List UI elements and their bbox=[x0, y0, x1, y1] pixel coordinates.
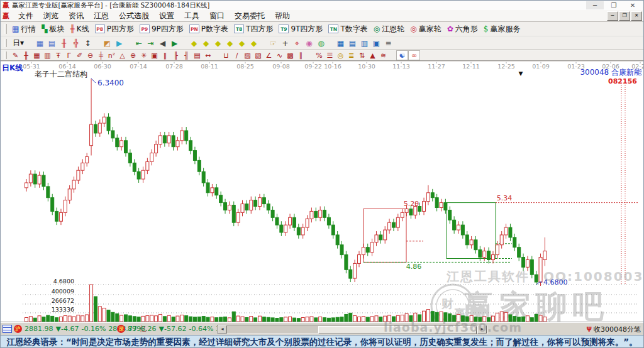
tool-n-square-tool[interactable]: n² bbox=[106, 51, 117, 60]
tool-period-daily[interactable]: 日▾ bbox=[10, 38, 26, 48]
tool-kline-bars-2[interactable]: ╬ bbox=[70, 38, 82, 48]
tool-printer-icon[interactable]: ≡ bbox=[382, 38, 394, 48]
toolbar-item-kline[interactable]: ╫K线 bbox=[69, 23, 93, 35]
tool-kline-bars-1[interactable]: ╫ bbox=[58, 38, 70, 48]
tool-gann-diamond-plus[interactable]: ◆ bbox=[224, 38, 236, 48]
tool-compass-tool[interactable]: ⊕ bbox=[128, 51, 138, 60]
menu-item-6[interactable]: 工具 bbox=[179, 11, 204, 21]
tool-fib-left[interactable]: ╟ bbox=[170, 51, 181, 60]
menu-item-8[interactable]: 交易委托 bbox=[230, 11, 270, 21]
tool-zoom-tool[interactable]: ⌖ bbox=[291, 38, 303, 48]
toolbar-item-t9-square[interactable]: T99T四方形 bbox=[277, 23, 326, 35]
scrollbar-thumb[interactable] bbox=[318, 326, 477, 334]
tool-multi-kline[interactable]: ◩ bbox=[101, 38, 113, 48]
tool-gann-diamond-right[interactable]: ◆ bbox=[200, 38, 212, 48]
tool-updown-tool[interactable]: ⇅ bbox=[357, 51, 367, 60]
close-button[interactable]: ✕ bbox=[624, 1, 641, 9]
volume-bar bbox=[224, 317, 227, 322]
tool-last-page[interactable]: ⇥ bbox=[145, 38, 157, 48]
tool-angle-tool[interactable]: ∠ bbox=[264, 51, 274, 60]
tool-fib-right[interactable]: ╢ bbox=[181, 51, 192, 60]
tool-gann-line-2[interactable]: ╪ bbox=[96, 51, 106, 60]
tool-triangle-tool[interactable]: △ bbox=[117, 51, 128, 60]
menu-item-5[interactable]: 设置 bbox=[154, 11, 179, 21]
tool-gann-diamond-cross[interactable]: ◆ bbox=[236, 38, 248, 48]
minimize-button[interactable]: ─ bbox=[586, 1, 604, 9]
toolbar-item-p-number-table[interactable]: PNP数字表 bbox=[187, 23, 232, 35]
tool-gann-fan-t[interactable]: Ŧ bbox=[53, 51, 64, 60]
tool-gold-circle[interactable]: ◎ bbox=[335, 51, 346, 60]
tool-percent-lines[interactable]: ☰ bbox=[325, 51, 335, 60]
tool-indicator-flag[interactable]: ▶ bbox=[113, 38, 125, 48]
mdi-restore-button[interactable]: ❐ bbox=[619, 11, 630, 21]
tool-eraser-tool[interactable]: ⊔ bbox=[221, 51, 231, 60]
tool-tri-up-tool[interactable]: ▲ bbox=[367, 51, 378, 60]
toolbar-item-sectors[interactable]: ▚板块 bbox=[40, 23, 68, 35]
tool-arrow-span[interactable]: ↔ bbox=[203, 51, 213, 60]
tool-panel-icon[interactable]: ▥ bbox=[358, 38, 370, 48]
toolbar-item-p-square[interactable]: P8P四方形 bbox=[93, 23, 138, 35]
mdi-minimize-button[interactable]: ─ bbox=[607, 11, 618, 21]
menu-item-2[interactable]: 资讯 bbox=[64, 11, 89, 21]
tool-pause-lines[interactable]: ‖ bbox=[160, 51, 170, 60]
mdi-close-button[interactable]: ✕ bbox=[631, 11, 642, 21]
tool-gann-diamond-updown[interactable]: ◆ bbox=[248, 38, 260, 48]
menu-item-9[interactable]: 帮助 bbox=[270, 11, 295, 21]
tool-percent-tool[interactable]: % bbox=[314, 51, 325, 60]
tool-gann-line-1[interactable]: ╫ bbox=[21, 51, 31, 60]
toolbar-item-p9-square[interactable]: P99P四方形 bbox=[138, 23, 187, 35]
scroll-left-arrow[interactable]: ◂ bbox=[218, 325, 227, 334]
toolbar-item-winner-service[interactable]: $赢家服务 bbox=[482, 23, 525, 35]
tool-chart-style-2[interactable]: ▤ bbox=[46, 38, 58, 48]
tool-scale-toggle[interactable]: ↕ bbox=[82, 38, 94, 48]
tool-gold-lines[interactable]: ≣ bbox=[346, 51, 357, 60]
tool-parallel-lines[interactable]: ∥ bbox=[296, 51, 306, 60]
menu-item-1[interactable]: 浏览 bbox=[38, 11, 64, 21]
tool-gann-diamond-left[interactable]: ◆ bbox=[188, 38, 200, 48]
tool-shade-1[interactable]: ▨ bbox=[242, 51, 253, 60]
tool-prev-bar[interactable]: ◀ bbox=[157, 38, 169, 48]
tool-infinity-tool[interactable]: ∞ bbox=[408, 50, 420, 60]
scroll-right-arrow[interactable]: ▸ bbox=[477, 325, 487, 334]
toolbar-item-t-number-table[interactable]: TNT数字表 bbox=[326, 23, 371, 35]
toolbar-item-hexagon[interactable]: ✿六角形 bbox=[445, 23, 482, 35]
tool-waves-tool[interactable]: ≋ bbox=[378, 51, 389, 60]
tool-hand-tool[interactable]: ☞ bbox=[267, 38, 279, 48]
tool-crosshair-tool[interactable]: + bbox=[279, 38, 291, 48]
tool-grid-dense[interactable]: ▤ bbox=[192, 51, 203, 60]
toolbar-item-t-square[interactable]: T8T四方形 bbox=[232, 23, 277, 35]
toolbar-item-gann-wheel[interactable]: ◎江恩轮 bbox=[372, 23, 408, 35]
tool-box-tool[interactable]: ▣ bbox=[149, 51, 160, 60]
menu-item-4[interactable]: 公式选股 bbox=[114, 11, 154, 21]
tool-calendar-icon[interactable]: ▦ bbox=[335, 38, 347, 48]
chart-horizontal-scrollbar[interactable]: ◂ ▸ bbox=[217, 325, 487, 334]
menu-item-3[interactable]: 江恩 bbox=[89, 11, 114, 21]
tool-gann-grid-2[interactable]: ▥ bbox=[42, 51, 53, 60]
tool-circle-tool-pink[interactable]: ◉ bbox=[303, 38, 315, 48]
tool-ray-tool[interactable]: ∕ bbox=[231, 51, 242, 60]
quote-grid-icon[interactable] bbox=[3, 325, 12, 333]
tool-gann-diamond-lr[interactable]: ◆ bbox=[212, 38, 224, 48]
toolbar-item-quotes[interactable]: ▦行情 bbox=[10, 23, 40, 35]
tool-gann-grid-1[interactable]: ▦ bbox=[31, 51, 42, 60]
restore-button[interactable]: ❐ bbox=[605, 1, 623, 9]
tool-next-bar[interactable]: ▶ bbox=[169, 38, 180, 48]
tool-yinyang-tool[interactable]: ☯ bbox=[396, 50, 408, 60]
menu-item-0[interactable]: 文件 bbox=[13, 11, 38, 21]
tool-shade-2[interactable]: ▧ bbox=[253, 51, 264, 60]
tool-wave-tool[interactable]: ∿ bbox=[274, 51, 285, 60]
tool-circle-tool-green[interactable]: ◍ bbox=[315, 38, 327, 48]
tool-pencil-tool[interactable]: ✎ bbox=[10, 51, 21, 60]
tool-web-tool[interactable]: ✳ bbox=[138, 51, 149, 60]
tool-circle-minus[interactable]: ⊖ bbox=[85, 51, 96, 60]
tool-calculator-icon[interactable]: ▤ bbox=[347, 38, 358, 48]
tool-chart-style-1[interactable]: ▦ bbox=[34, 38, 46, 48]
tool-gann-angle[interactable]: Γ bbox=[64, 51, 74, 60]
tool-grid-3[interactable]: ▩ bbox=[285, 51, 296, 60]
tool-save-icon[interactable]: ▣ bbox=[370, 38, 382, 48]
tool-marker-pen[interactable]: ✐ bbox=[74, 51, 85, 60]
menu-item-7[interactable]: 窗口 bbox=[204, 11, 230, 21]
kline-chart[interactable]: 江恩工具软件 QQ:100800360赢家聊吧财赢4.6800400009266… bbox=[0, 62, 644, 322]
toolbar-item-winner-wheel[interactable]: ◎赢家轮 bbox=[408, 23, 445, 35]
tool-first-page[interactable]: ⇤ bbox=[133, 38, 145, 48]
